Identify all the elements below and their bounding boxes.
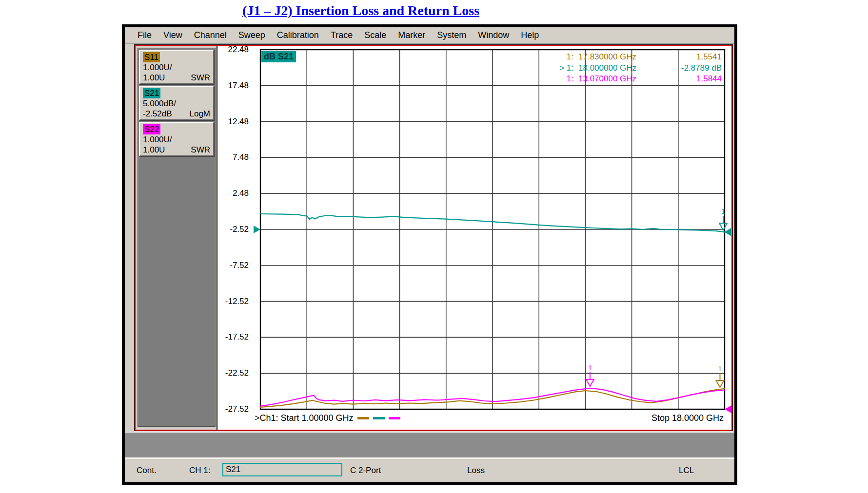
- trace-name-chip: S21: [143, 88, 160, 98]
- menu-item-window[interactable]: Window: [472, 30, 515, 40]
- y-tick-label: 12.48: [218, 117, 249, 127]
- marker-readout-row: 1:13.070000 GHz1.5844: [519, 74, 722, 84]
- y-tick-label: 7.48: [218, 152, 249, 162]
- sweep-start-label: >Ch1: Start 1.00000 GHz: [255, 413, 354, 423]
- trace-name-chip: S11: [143, 52, 160, 62]
- y-tick-label: -2.52: [218, 225, 249, 234]
- y-tick-label: 17.48: [218, 81, 249, 91]
- analyzer-screen: S111.000U/1.00USWRS215.000dB/-2.52dBLogM…: [135, 45, 732, 431]
- trace-ref-format: -2.52dBLogM: [143, 109, 210, 119]
- marker-triangle-s21: [719, 223, 727, 230]
- menu-item-sweep[interactable]: Sweep: [233, 30, 271, 40]
- trace-button-s11[interactable]: S111.000U/1.00USWR: [139, 50, 214, 84]
- marker-triangle-s11: [716, 380, 724, 387]
- y-tick-label: -17.52: [218, 332, 249, 342]
- y-tick-label: -22.52: [218, 368, 249, 378]
- grid-lines: [260, 50, 725, 409]
- calibration-status: C 2-Port: [350, 466, 381, 475]
- y-tick-label: -12.52: [218, 297, 249, 306]
- active-trace-format-label: dB S21: [261, 51, 296, 62]
- plot-area: 111 22.4817.4812.487.482.48-2.52-7.52-12…: [217, 46, 731, 430]
- menu-item-channel[interactable]: Channel: [188, 30, 233, 40]
- page: (J1 – J2) Insertion Loss and Return Loss…: [0, 0, 868, 493]
- lcl-status: LCL: [679, 466, 694, 475]
- active-trace-input[interactable]: [222, 463, 342, 476]
- y-tick-label: -7.52: [218, 261, 249, 270]
- graticule-and-traces: 111: [217, 46, 731, 430]
- marker-label-s22: 1: [588, 363, 592, 372]
- sweep-start-group: >Ch1: Start 1.00000 GHz: [255, 413, 400, 423]
- y-tick-label: 2.48: [218, 189, 249, 198]
- marker-readout-row: > 1:18.000000 GHz-2.8789 dB: [519, 63, 722, 74]
- legend-dash-s11: [357, 417, 369, 419]
- ref-arrow-s21: [254, 226, 260, 233]
- sweep-mode-status: Cont.: [137, 466, 157, 475]
- legend-dash-s21: [373, 417, 385, 419]
- y-tick-label: 22.48: [218, 45, 249, 55]
- menu-item-help[interactable]: Help: [515, 30, 545, 40]
- menu-item-marker[interactable]: Marker: [392, 30, 431, 40]
- menu-bar: FileViewChannelSweepCalibrationTraceScal…: [125, 27, 734, 44]
- measurement-title: Loss: [467, 466, 485, 475]
- marker-label-s11: 1: [718, 364, 722, 373]
- trace-scale: 1.000U/: [143, 62, 210, 73]
- trace-scale: 5.000dB/: [143, 98, 210, 109]
- trace-scale: 1.000U/: [143, 134, 210, 145]
- trace-name-chip: S22: [143, 124, 160, 134]
- vna-application-window: FileViewChannelSweepCalibrationTraceScal…: [122, 24, 737, 485]
- menu-item-file[interactable]: File: [132, 30, 158, 40]
- menu-item-scale[interactable]: Scale: [358, 30, 392, 40]
- menu-item-trace[interactable]: Trace: [325, 30, 358, 40]
- marker-readout-row: 1:17.830000 GHz1.5541: [519, 52, 722, 62]
- sweep-range-footer: >Ch1: Start 1.00000 GHz Stop 18.0000 GHz: [217, 411, 731, 428]
- trace-button-s21[interactable]: S215.000dB/-2.52dBLogM: [139, 86, 214, 120]
- legend-dash-s22: [389, 417, 400, 419]
- marker-triangle-s22: [586, 379, 594, 386]
- channel-label: CH 1:: [189, 466, 210, 475]
- trace-ref-format: 1.00USWR: [143, 145, 210, 155]
- menu-item-view[interactable]: View: [158, 30, 188, 40]
- sweep-stop-label: Stop 18.0000 GHz: [651, 413, 724, 423]
- menu-item-calibration[interactable]: Calibration: [271, 30, 325, 40]
- trace-ref-format: 1.00USWR: [143, 73, 210, 83]
- marker-label-s21: 1: [721, 207, 725, 215]
- status-bar: Cont. CH 1: C 2-Port Loss LCL: [125, 458, 734, 482]
- menu-item-system[interactable]: System: [431, 30, 472, 40]
- page-title: (J1 – J2) Insertion Loss and Return Loss: [0, 3, 722, 19]
- trace-button-s22[interactable]: S221.000U/1.00USWR: [139, 122, 214, 156]
- lower-gray-band: [125, 432, 734, 458]
- trace-status-sidebar: S111.000U/1.00USWRS215.000dB/-2.52dBLogM…: [138, 48, 216, 427]
